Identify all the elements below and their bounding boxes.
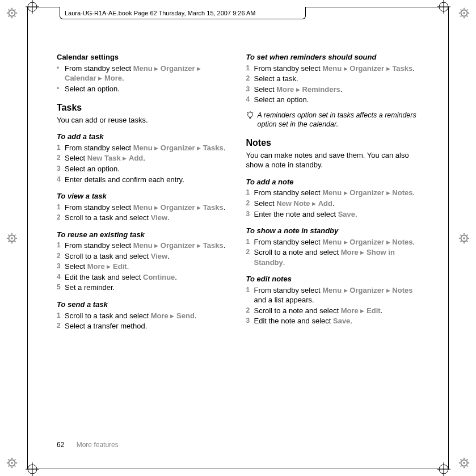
step-text: Edit the task and select Continue.	[65, 272, 230, 283]
step-text: Select More ▶ Reminders.	[254, 85, 420, 95]
reuse-task-steps: 1From standby select Menu ▶ Organizer ▶ …	[57, 241, 230, 293]
step-number: 4	[246, 95, 254, 104]
step-item: 1From standby select Menu ▶ Organizer ▶ …	[57, 241, 230, 251]
page-footer: 62 More features	[57, 441, 119, 449]
show-note-steps: 1From standby select Menu ▶ Organizer ▶ …	[246, 237, 420, 268]
step-item: 4Enter details and confirm each entry.	[57, 175, 230, 185]
view-task-title: To view a task	[57, 191, 230, 201]
step-item: 3Select More ▶ Reminders.	[246, 85, 420, 95]
step-number: 2	[57, 321, 65, 330]
step-text: Scroll to a task and select More ▶ Send.	[65, 311, 230, 321]
svg-point-53	[11, 462, 13, 464]
tasks-title: Tasks	[57, 102, 230, 114]
svg-line-29	[467, 16, 468, 17]
svg-line-48	[461, 234, 462, 235]
svg-line-69	[467, 466, 468, 467]
svg-point-33	[11, 237, 13, 239]
step-item: 3Edit the note and select Save.	[246, 316, 420, 326]
step-text: Scroll to a task and select View.	[65, 213, 230, 223]
step-number: 1	[246, 285, 254, 294]
page-header: Laura-UG-R1A-AE.book Page 62 Thursday, M…	[60, 7, 306, 19]
step-item: 2Scroll to a task and select View.	[57, 251, 230, 262]
step-text: Enter details and confirm each entry.	[65, 175, 230, 185]
reuse-task-title: To reuse an existing task	[57, 230, 230, 240]
bullet-icon: •	[57, 84, 65, 94]
gear-icon	[458, 232, 470, 245]
step-number: 1	[246, 188, 254, 197]
step-text: Select New Task ▶ Add.	[65, 153, 230, 163]
calendar-settings-bullets: •From standby select Menu ▶ Organizer ▶ …	[57, 64, 230, 94]
step-item: 2Select New Task ▶ Add.	[57, 153, 230, 163]
step-item: 1Scroll to a task and select More ▶ Send…	[57, 311, 230, 321]
svg-point-72	[247, 112, 252, 117]
calendar-settings-title: Calendar settings	[57, 52, 230, 62]
bullet-icon: •	[57, 64, 65, 73]
frame-line	[448, 7, 449, 469]
svg-line-76	[247, 112, 247, 112]
step-text: From standby select Menu ▶ Organizer ▶ T…	[254, 64, 420, 74]
step-item: 2Select New Note ▶ Add.	[246, 199, 420, 209]
step-text: Edit the note and select Save.	[254, 316, 420, 326]
svg-line-39	[15, 241, 16, 242]
step-text: From standby select Menu ▶ Organizer ▶ N…	[254, 237, 420, 247]
svg-line-28	[461, 10, 462, 11]
step-item: 1From standby select Menu ▶ Organizer ▶ …	[246, 188, 420, 198]
svg-line-58	[9, 460, 10, 461]
svg-line-51	[467, 234, 468, 235]
add-note-steps: 1From standby select Menu ▶ Organizer ▶ …	[246, 188, 420, 219]
step-text: Enter the note and select Save.	[254, 209, 420, 220]
step-text: Scroll to a note and select More ▶ Show …	[254, 247, 420, 267]
svg-line-59	[15, 466, 16, 467]
edit-notes-title: To edit notes	[246, 274, 420, 284]
view-task-steps: 1From standby select Menu ▶ Organizer ▶ …	[57, 203, 230, 223]
svg-line-77	[252, 112, 252, 112]
step-number: 1	[57, 241, 65, 250]
step-number: 3	[57, 164, 65, 173]
step-text: From standby select Menu ▶ Organizer ▶ N…	[254, 188, 420, 198]
step-number: 1	[246, 237, 254, 246]
svg-line-40	[9, 241, 10, 242]
step-text: Select an option.	[254, 95, 420, 105]
svg-line-38	[9, 234, 10, 235]
add-task-title: To add a task	[57, 132, 230, 142]
step-item: 3Select an option.	[57, 164, 230, 174]
lightbulb-icon	[246, 111, 254, 124]
step-text: Select a transfer method.	[65, 321, 230, 331]
page-content: Calendar settings •From standby select M…	[57, 51, 419, 436]
svg-line-21	[15, 10, 16, 11]
edit-notes-steps: 1From standby select Menu ▶ Organizer ▶ …	[246, 285, 420, 326]
reminders-title: To set when reminders should sound	[246, 52, 420, 62]
tip-text: A reminders option set in tasks affects …	[258, 111, 420, 129]
gear-icon	[458, 7, 470, 19]
svg-line-70	[461, 466, 462, 467]
step-number: 3	[246, 316, 254, 325]
step-item: 5Set a reminder.	[57, 283, 230, 293]
right-column: To set when reminders should sound 1From…	[246, 51, 420, 436]
step-number: 1	[57, 143, 65, 152]
step-number: 2	[57, 153, 65, 162]
step-text: Select an option.	[65, 84, 230, 94]
step-number: 3	[246, 85, 254, 94]
gear-icon	[458, 457, 470, 469]
send-task-steps: 1Scroll to a task and select More ▶ Send…	[57, 311, 230, 331]
footer-section: More features	[77, 441, 119, 449]
step-item: 1From standby select Menu ▶ Organizer ▶ …	[57, 143, 230, 153]
step-number: 4	[57, 175, 65, 184]
step-text: Scroll to a task and select View.	[65, 251, 230, 262]
svg-line-71	[467, 460, 468, 461]
bullet-item: •From standby select Menu ▶ Organizer ▶ …	[57, 64, 230, 83]
svg-line-20	[9, 16, 10, 17]
step-item: 3Select More ▶ Edit.	[57, 262, 230, 272]
step-item: 1From standby select Menu ▶ Organizer ▶ …	[246, 237, 420, 247]
tip-box: A reminders option set in tasks affects …	[246, 111, 420, 129]
step-item: 2Scroll to a note and select More ▶ Edit…	[246, 306, 420, 316]
step-item: 2Select a task.	[246, 74, 420, 84]
svg-line-61	[15, 460, 16, 461]
step-item: 2Scroll to a note and select More ▶ Show…	[246, 247, 420, 267]
step-text: From standby select Menu ▶ Organizer ▶ T…	[65, 203, 230, 213]
step-number: 1	[57, 311, 65, 320]
gear-icon	[6, 457, 18, 469]
step-item: 1From standby select Menu ▶ Organizer ▶ …	[246, 64, 420, 74]
step-item: 1From standby select Menu ▶ Organizer ▶ …	[57, 203, 230, 213]
tasks-intro: You can add or reuse tasks.	[57, 115, 230, 125]
